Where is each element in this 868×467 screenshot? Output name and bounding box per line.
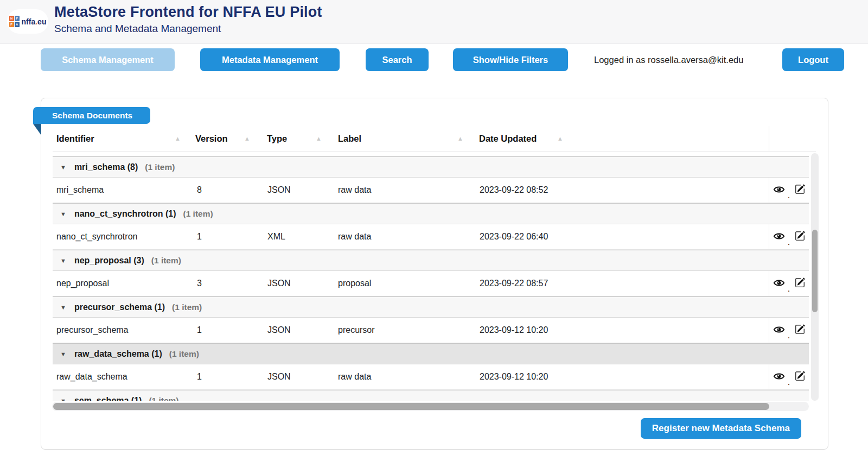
horizontal-scrollbar[interactable] (52, 402, 809, 411)
cell-label: proposal (338, 279, 371, 288)
edit-schema-button[interactable] (794, 370, 806, 384)
chevron-down-icon[interactable]: ▼ (60, 211, 66, 217)
cell-version: 8 (197, 185, 202, 195)
cell-version: 1 (197, 232, 202, 242)
cell-type: JSON (267, 279, 291, 288)
cell-date-updated: 2023-09-22 08:57 (480, 279, 548, 288)
sort-icon-identifier[interactable]: ▲ (175, 135, 181, 142)
row-actions: . (769, 224, 809, 249)
cell-date-updated: 2023-09-12 10:20 (480, 372, 548, 382)
sort-icon-version[interactable]: ▲ (244, 135, 250, 142)
cell-identifier: nep_proposal (56, 279, 109, 288)
group-title: nano_ct_synchrotron (1) (74, 209, 176, 219)
view-schema-button[interactable] (772, 277, 786, 290)
view-schema-button[interactable] (772, 184, 786, 197)
chevron-down-icon[interactable]: ▼ (60, 351, 66, 357)
row-actions: . (769, 318, 809, 343)
main-navigation: Schema Management Metadata Management Se… (41, 48, 844, 71)
actions-separator: . (788, 282, 790, 296)
column-header-type[interactable]: Type (267, 134, 287, 144)
group-row[interactable]: ▼ nep_proposal (3) (1 item) (53, 250, 809, 271)
actions-column-divider (769, 126, 769, 151)
eye-icon (773, 185, 785, 195)
group-count: (1 item) (172, 302, 202, 312)
cell-type: JSON (267, 325, 291, 335)
table-row[interactable]: nano_ct_synchrotron 1 XML raw data 2023-… (53, 224, 809, 250)
nffa-logo-icon: NFFA (9, 16, 20, 27)
cell-version: 1 (197, 325, 202, 335)
register-new-metadata-schema-button[interactable]: Register new Metadata Schema (641, 418, 801, 439)
cell-identifier: nano_ct_synchrotron (56, 232, 137, 242)
edit-icon (795, 231, 805, 243)
cell-identifier: mri_schema (56, 185, 104, 195)
column-header-version[interactable]: Version (195, 134, 228, 144)
edit-schema-button[interactable] (794, 230, 806, 244)
group-title: raw_data_schema (1) (74, 349, 162, 359)
group-count: (1 item) (151, 256, 181, 266)
ribbon-fold (33, 124, 41, 135)
cell-identifier: raw_data_schema (56, 372, 127, 382)
eye-icon (773, 232, 785, 242)
group-count: (1 item) (169, 349, 199, 359)
eye-icon (773, 372, 785, 382)
chevron-down-icon[interactable]: ▼ (60, 257, 66, 264)
group-row[interactable]: ▼ nano_ct_synchrotron (1) (1 item) (53, 203, 809, 224)
table-row[interactable]: nep_proposal 3 JSON proposal 2023-09-22 … (53, 271, 809, 296)
cell-label: raw data (338, 232, 371, 242)
chevron-down-icon[interactable]: ▼ (60, 304, 66, 311)
group-title: precursor_schema (1) (74, 302, 165, 312)
cell-label: raw data (338, 185, 371, 195)
row-actions: . (769, 178, 809, 203)
view-schema-button[interactable] (772, 231, 786, 243)
chevron-down-icon[interactable]: ▼ (60, 164, 66, 171)
metadata-management-button[interactable]: Metadata Management (200, 48, 340, 71)
table-row[interactable]: raw_data_schema 1 JSON raw data 2023-09-… (53, 364, 809, 390)
column-header-label[interactable]: Label (338, 134, 361, 144)
actions-separator: . (788, 235, 790, 249)
group-title: nep_proposal (3) (74, 256, 144, 266)
column-header-date-updated[interactable]: Date Updated (479, 134, 537, 144)
table-row[interactable]: precursor_schema 1 JSON precursor 2023-0… (53, 318, 809, 343)
show-hide-filters-button[interactable]: Show/Hide Filters (453, 48, 568, 71)
group-title: mri_schema (8) (74, 162, 138, 172)
group-count: (1 item) (149, 396, 178, 401)
group-title: sem_schema (1) (74, 396, 142, 401)
cell-version: 3 (197, 279, 202, 288)
cell-date-updated: 2023-09-12 10:20 (480, 325, 548, 335)
search-button[interactable]: Search (366, 48, 429, 71)
edit-icon (795, 184, 805, 196)
vertical-scrollbar[interactable] (811, 153, 819, 401)
cell-type: JSON (267, 372, 291, 382)
column-header-identifier[interactable]: Identifier (56, 134, 94, 144)
table-body: ▼ mri_schema (8) (1 item) mri_schema 8 J… (53, 152, 809, 401)
page-subtitle: Schema and Metadata Management (54, 23, 221, 35)
sort-icon-type[interactable]: ▲ (316, 135, 322, 142)
group-count: (1 item) (183, 209, 213, 219)
group-count: (1 item) (145, 162, 175, 172)
sort-icon-label[interactable]: ▲ (457, 135, 463, 142)
group-row[interactable]: ▼ sem_schema (1) (1 item) (53, 390, 809, 401)
cell-label: precursor (338, 325, 375, 335)
logout-button[interactable]: Logout (782, 48, 844, 71)
view-schema-button[interactable] (772, 371, 786, 383)
vertical-scrollbar-thumb[interactable] (812, 230, 818, 312)
group-row[interactable]: ▼ raw_data_schema (1) (1 item) (53, 343, 809, 364)
edit-schema-button[interactable] (794, 183, 806, 197)
edit-schema-button[interactable] (794, 323, 806, 337)
sort-icon-date-updated[interactable]: ▲ (557, 135, 563, 142)
group-row[interactable]: ▼ mri_schema (8) (1 item) (53, 156, 809, 178)
tab-schema-documents[interactable]: Schema Documents (33, 107, 150, 124)
row-actions: . (769, 364, 809, 389)
eye-icon (773, 325, 785, 336)
edit-icon (795, 324, 805, 336)
schema-management-button[interactable]: Schema Management (41, 48, 175, 71)
chevron-down-icon[interactable]: ▼ (60, 397, 66, 401)
horizontal-scrollbar-thumb[interactable] (53, 403, 769, 410)
cell-version: 1 (197, 372, 202, 382)
table-row[interactable]: mri_schema 8 JSON raw data 2023-09-22 08… (53, 178, 809, 203)
view-schema-button[interactable] (772, 324, 786, 337)
page-title: MetaStore Frontend for NFFA EU Pilot (54, 4, 322, 21)
edit-schema-button[interactable] (794, 276, 806, 291)
group-row[interactable]: ▼ precursor_schema (1) (1 item) (53, 296, 809, 318)
actions-separator: . (788, 188, 790, 203)
